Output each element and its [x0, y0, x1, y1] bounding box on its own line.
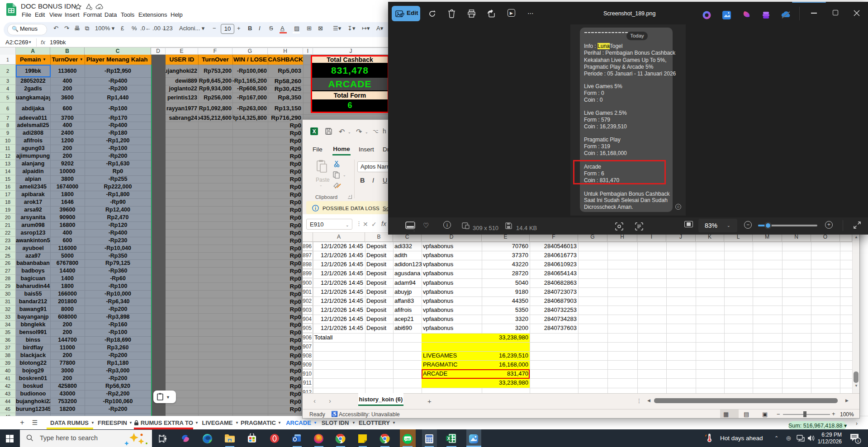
svg-text:X: X [312, 128, 316, 135]
svg-text:LINE: LINE [405, 438, 410, 440]
svg-text:1: 1 [857, 439, 859, 443]
svg-text:X: X [447, 436, 451, 441]
